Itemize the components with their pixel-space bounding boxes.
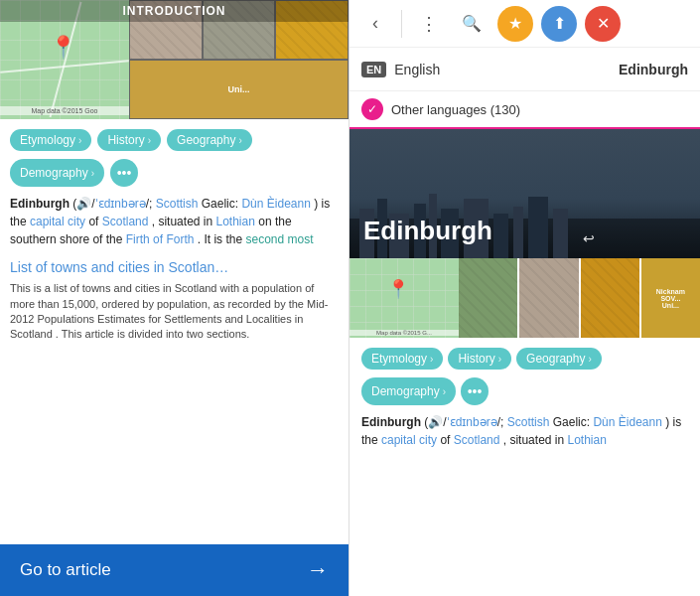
article-firth: Firth of Forth (126, 232, 195, 246)
right-chip-more[interactable]: ••• (461, 377, 489, 405)
right-chip-geography[interactable]: Geography › (516, 348, 602, 370)
right-photo-pattern3 (581, 258, 639, 338)
article-capital: capital city (30, 215, 85, 228)
article-phonetic: (🔊/ˈɛdɪnbərə/; (72, 197, 155, 211)
toolbar-divider (401, 10, 402, 38)
intro-label: INTRODUCTION (0, 0, 349, 22)
right-article-capital: capital (381, 433, 416, 447)
map-pin: 📍 (50, 35, 76, 61)
article-gaelic-text: Gaelic: (202, 197, 242, 211)
back-button[interactable]: ‹ (357, 6, 393, 42)
right-chips-row2: Demography › ••• (361, 377, 688, 405)
section-title[interactable]: List of towns and cities in Scotlan… (10, 258, 339, 276)
right-article-situated: , situated in (503, 433, 568, 447)
chip-history[interactable]: History › (97, 129, 161, 151)
right-photo-pattern1 (459, 258, 517, 338)
svg-rect-10 (528, 197, 548, 258)
article-lothian: Lothian (216, 215, 255, 228)
go-to-article-label: Go to article (20, 560, 111, 580)
right-chip-demography[interactable]: Demography › (361, 377, 456, 405)
nicknam-label: NicknamSOV...Uni... (656, 288, 685, 309)
chip-etymology[interactable]: Etymology › (10, 129, 91, 151)
search-icon: 🔍 (462, 14, 482, 33)
go-arrow-icon: → (307, 557, 329, 583)
chip-more-label: ••• (117, 165, 132, 181)
chip-etymology-label: Etymology (20, 133, 75, 147)
right-photo-pattern2 (519, 258, 578, 338)
photo-row-bottom: Uni... (129, 60, 349, 119)
right-photo-text: NicknamSOV...Uni... (641, 258, 700, 338)
chip-geography-label: Geography (177, 133, 235, 147)
right-chip-geography-arrow: › (588, 354, 591, 365)
svg-rect-9 (513, 207, 523, 258)
other-languages-text: Other languages (130) (391, 102, 520, 117)
right-map-pin: 📍 (387, 278, 409, 300)
right-photo-yellow (581, 258, 639, 338)
close-button[interactable]: ✕ (585, 6, 621, 42)
right-article-lothian: Lothian (568, 433, 607, 447)
share-icon: ⬆ (553, 14, 566, 33)
right-article-edinburgh: Edinburgh (361, 415, 421, 429)
right-chip-etymology-label: Etymology (371, 352, 427, 366)
left-content: Etymology › History › Geography › Demogr… (0, 119, 349, 544)
right-article-city: city (419, 433, 437, 447)
article-dun: Dùn Èideann (241, 197, 310, 211)
right-content: Etymology › History › Geography › Demogr… (350, 338, 700, 596)
lang-name: English (394, 62, 619, 77)
chip-demography-arrow: › (91, 168, 94, 179)
other-lang-icon: ✓ (361, 98, 383, 120)
chip-history-arrow: › (148, 135, 151, 146)
search-button[interactable]: 🔍 (454, 6, 490, 42)
right-article-dun: Dùn Èideann (593, 415, 661, 429)
right-article-scottish: Scottish (507, 415, 550, 429)
hero-share-icon[interactable]: ↩ (583, 230, 595, 246)
chip-geography[interactable]: Geography › (167, 129, 252, 151)
chip-history-label: History (107, 133, 144, 147)
close-icon: ✕ (597, 14, 610, 33)
right-lang-bar: EN English Edinburgh (350, 48, 700, 91)
right-panel: ‹ ⋮ 🔍 ★ ⬆ ✕ EN English Edinburgh ✓ Other… (350, 0, 700, 596)
chip-demography[interactable]: Demography › (10, 159, 104, 187)
right-chip-demography-label: Demography (371, 384, 440, 398)
chip-geography-arrow: › (238, 135, 241, 146)
right-article-gaelic-text: Gaelic: (553, 415, 594, 429)
go-to-article-button[interactable]: Go to article → (0, 544, 349, 596)
back-icon: ‹ (372, 13, 378, 34)
svg-rect-8 (493, 214, 508, 258)
menu-button[interactable]: ⋮ (410, 6, 446, 42)
right-map: 📍 Map data ©2015 G... (350, 258, 459, 338)
right-article-text: Edinburgh (🔊/ˈɛdɪnbərə/; Scottish Gaelic… (361, 413, 688, 449)
article-text: Edinburgh (🔊/ˈɛdɪnbərə/; Scottish Gaelic… (10, 195, 339, 248)
right-article-phonetic: (🔊/ˈɛdɪnbərə/; (424, 415, 506, 429)
right-chip-geography-label: Geography (526, 352, 585, 366)
share-button[interactable]: ⬆ (541, 6, 577, 42)
article-edinburgh: Edinburgh (10, 197, 70, 211)
right-photos: NicknamSOV...Uni... (459, 258, 700, 338)
right-image-strip: 📍 Map data ©2015 G... NicknamSOV...Uni..… (350, 258, 700, 338)
menu-icon: ⋮ (420, 13, 437, 35)
right-chip-demography-arrow: › (443, 386, 446, 397)
right-hero: Edinburgh ↩ (350, 129, 700, 258)
chips-row2: Demography › ••• (10, 159, 339, 187)
other-languages-bar[interactable]: ✓ Other languages (130) (350, 91, 700, 129)
article-it: . It is the (198, 232, 246, 246)
right-chip-etymology-arrow: › (430, 354, 433, 365)
chip-etymology-arrow: › (78, 135, 81, 146)
hero-title: Edinburgh (363, 216, 492, 246)
right-chip-history-arrow: › (498, 354, 501, 365)
right-toolbar: ‹ ⋮ 🔍 ★ ⬆ ✕ (350, 0, 700, 48)
right-photo-historic (519, 258, 578, 338)
right-chip-etymology[interactable]: Etymology › (361, 348, 443, 370)
right-article-of: of (440, 433, 453, 447)
left-panel: INTRODUCTION 📍 Map data ©2015 Goo (0, 0, 350, 596)
star-button[interactable]: ★ (497, 6, 533, 42)
right-chips-row1: Etymology › History › Geography › (361, 348, 688, 370)
lang-badge: EN (361, 62, 386, 77)
article-scotland: Scotland (102, 215, 149, 228)
right-article-scotland: Scotland (454, 433, 500, 447)
chip-more[interactable]: ••• (110, 159, 138, 187)
right-chip-history[interactable]: History › (448, 348, 511, 370)
article-second: second most (245, 232, 313, 246)
right-map-label: Map data ©2015 G... (350, 330, 459, 336)
map-label: Map data ©2015 Goo (0, 106, 129, 115)
